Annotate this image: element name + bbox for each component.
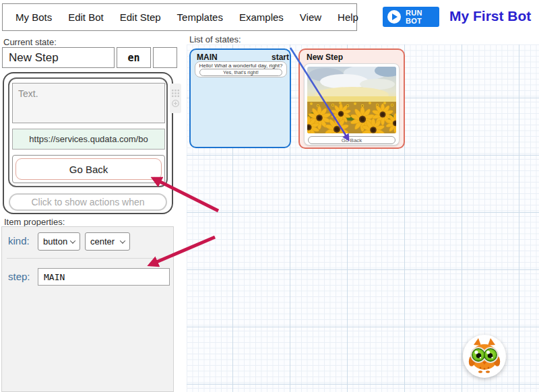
sunflower-image[interactable] [307, 67, 396, 133]
grip-dots-icon [172, 90, 179, 97]
state-name-input[interactable] [2, 47, 115, 68]
play-icon [387, 10, 401, 24]
item-properties-panel [1, 226, 174, 392]
menu-item-templates[interactable]: Templates [177, 11, 223, 23]
quick-reply-button[interactable]: Yes, that's right! [199, 69, 282, 76]
chevron-down-icon [120, 238, 125, 243]
image-url-input[interactable] [12, 129, 165, 150]
step-label: step: [8, 271, 30, 282]
drag-handle[interactable] [170, 84, 181, 113]
properties-divider [7, 258, 167, 259]
menu-item-edit-bot[interactable]: Edit Bot [68, 11, 104, 23]
kind-label: kind: [8, 235, 30, 247]
list-of-states-label: List of states: [189, 34, 241, 44]
new-step-card-title: New Step [307, 53, 343, 62]
run-bot-label: RUN BOT [406, 9, 435, 25]
chevron-down-icon [70, 238, 75, 243]
align-select-value: center [90, 236, 115, 247]
language-selector[interactable]: en [117, 47, 151, 68]
bot-builder-app: My Bots Edit Bot Edit Step Templates Exa… [0, 0, 539, 392]
main-menu: My Bots Edit Bot Edit Step Templates Exa… [2, 3, 357, 31]
menu-item-help[interactable]: Help [338, 11, 358, 23]
bot-title: My First Bot [449, 8, 531, 24]
add-circle-icon [172, 100, 179, 107]
menu-item-my-bots[interactable]: My Bots [15, 11, 52, 23]
menu-item-edit-step[interactable]: Edit Step [120, 11, 161, 23]
message-text-input[interactable] [12, 83, 165, 123]
main-card-title: MAIN [197, 53, 218, 62]
current-state-label: Current state: [3, 37, 57, 47]
item-properties-label: Item properties: [4, 217, 65, 227]
kind-select-value: button [43, 236, 67, 247]
message-bubble-text: Hello! What a wonderful day, right? [197, 63, 285, 69]
owl-mascot-button[interactable] [462, 334, 507, 379]
kind-select[interactable]: button [38, 232, 80, 251]
menu-item-examples[interactable]: Examples [239, 11, 284, 23]
show-actions-button[interactable]: Click to show actions when [9, 193, 167, 211]
menu-item-view[interactable]: View [300, 11, 321, 23]
new-step-go-back-button[interactable]: Go Back [308, 136, 395, 144]
step-target-input[interactable] [38, 268, 170, 286]
go-back-button-item[interactable]: Go Back [15, 158, 162, 180]
owl-icon [462, 334, 507, 379]
state-extra-box[interactable] [153, 47, 177, 68]
start-badge: start [272, 53, 289, 62]
run-bot-button[interactable]: RUN BOT [383, 7, 439, 27]
align-select[interactable]: center [85, 232, 130, 251]
